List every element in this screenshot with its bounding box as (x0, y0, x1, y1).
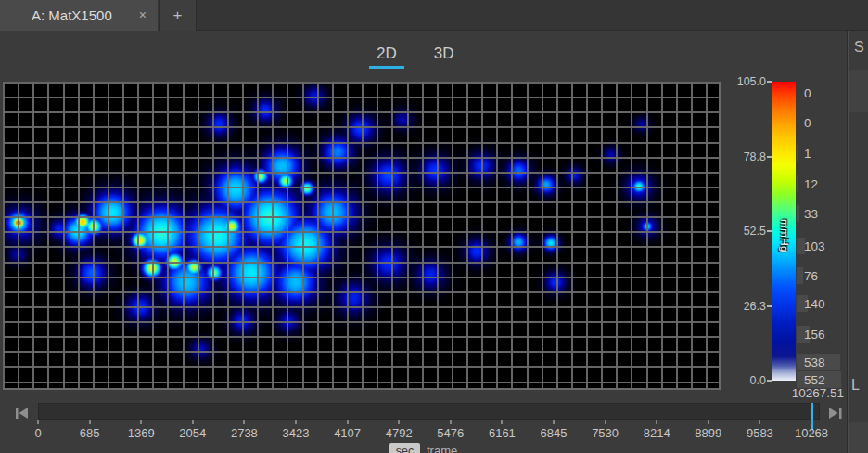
pressure-map-app: A: MatX1500 × + 2D 3D 105.078.852.526.30… (0, 0, 868, 453)
timeline-tick-mark (501, 420, 503, 424)
timeline-tick-mark (605, 420, 606, 424)
histogram-count: 103 (804, 239, 825, 253)
side-panel-bottom-label: L (851, 377, 860, 394)
timeline-tick-mark (450, 420, 452, 424)
timeline-tick-mark (759, 420, 760, 424)
timeline-tick-mark (708, 420, 709, 424)
side-panel-block (849, 422, 868, 453)
panel-divider (847, 31, 849, 453)
colorbar-tick-mark (767, 156, 772, 158)
colorbar-tick-label: 78.8 (729, 150, 766, 163)
timeline-tick-label: 8899 (695, 426, 721, 440)
timeline-tick-label: 8214 (644, 426, 670, 440)
colorbar-unit-label: mmHg (779, 217, 790, 254)
timeline-tick-label: 1369 (128, 426, 155, 440)
histogram-count: 33 (804, 207, 818, 221)
timeline-tick-label: 10268 (795, 426, 828, 440)
tab-2d[interactable]: 2D (371, 43, 402, 69)
histogram-count: 538 (804, 356, 825, 369)
tab-3d[interactable]: 3D (428, 43, 460, 69)
timeline-tick-mark (89, 420, 91, 424)
timeline-tick-mark (398, 420, 400, 424)
tab-label: A: MatX1500 (32, 7, 112, 23)
timeline-tick-label: 6845 (541, 426, 568, 440)
histogram-bar (797, 205, 799, 222)
colorbar-tick-mark (767, 81, 772, 83)
histogram-count: 0 (804, 116, 811, 130)
histogram-bar (797, 145, 798, 162)
histogram-count: 552 (804, 373, 825, 387)
pressure-heatmap[interactable] (3, 82, 721, 390)
timeline-tick-mark (243, 420, 245, 424)
histogram-count: 156 (804, 328, 825, 342)
timeline-tick-mark (37, 420, 39, 424)
colorbar-tick-label: 0.0 (729, 374, 766, 387)
timeline-tick-label: 2738 (231, 426, 258, 440)
histogram-bar (797, 175, 798, 192)
histogram-count: 0 (804, 86, 811, 100)
colorbar-tick-mark (767, 230, 772, 232)
timeline-tick-label: 6161 (489, 426, 516, 440)
histogram-count: 1 (804, 147, 811, 161)
timeline-tick-mark (347, 420, 349, 424)
plus-icon: + (173, 6, 183, 25)
timeline-tick-label: 9583 (747, 426, 773, 440)
timeline-tick-mark (553, 420, 555, 424)
colorbar-tick-label: 105.0 (729, 75, 766, 88)
timeline-tick-label: 685 (80, 426, 100, 440)
skip-to-end-icon[interactable] (827, 406, 844, 421)
side-panel-top-label: S (854, 39, 864, 56)
timeline-tick-label: 7530 (592, 426, 619, 440)
timeline-tick-label: 4792 (386, 426, 413, 440)
colorbar-tick-mark (767, 380, 772, 382)
side-panel-block (849, 70, 868, 112)
timeline-tick-mark (656, 420, 657, 424)
timeline-tick-mark (140, 420, 142, 424)
histogram-count: 12 (804, 177, 818, 191)
colorbar-tick-mark (767, 305, 772, 307)
timeline-tick-label: 5476 (437, 426, 464, 440)
timeline-tick-mark (192, 420, 194, 424)
sensor-grid-overlay (3, 82, 721, 390)
colorbar-tick-label: 52.5 (729, 225, 766, 238)
new-tab-button[interactable]: + (159, 0, 197, 31)
timeline-tick-mark (295, 420, 297, 424)
pressure-total-value: 10267.51 (760, 386, 844, 400)
histogram-count: 76 (804, 269, 818, 283)
timeline-tick-label: 0 (34, 426, 41, 440)
skip-to-start-icon[interactable] (15, 406, 32, 421)
histogram-count: 140 (804, 297, 825, 311)
tab-matx1500[interactable]: A: MatX1500 × (0, 0, 158, 31)
timeline-tick-label: 4107 (334, 426, 361, 440)
unit-sec-button[interactable]: sec (389, 443, 420, 453)
timeline-track[interactable] (38, 403, 820, 420)
view-mode-toggle: 2D 3D (371, 43, 459, 69)
unit-frame-button[interactable]: frame (427, 444, 457, 453)
close-icon[interactable]: × (139, 7, 147, 22)
histogram-bar (797, 267, 803, 284)
colorbar-tick-label: 26.3 (729, 300, 766, 313)
timeline-tick-label: 2054 (179, 426, 206, 440)
tab-bar: A: MatX1500 × + (0, 0, 868, 31)
timeline-tick-label: 3423 (283, 426, 310, 440)
timeline-tick-mark (811, 420, 812, 424)
